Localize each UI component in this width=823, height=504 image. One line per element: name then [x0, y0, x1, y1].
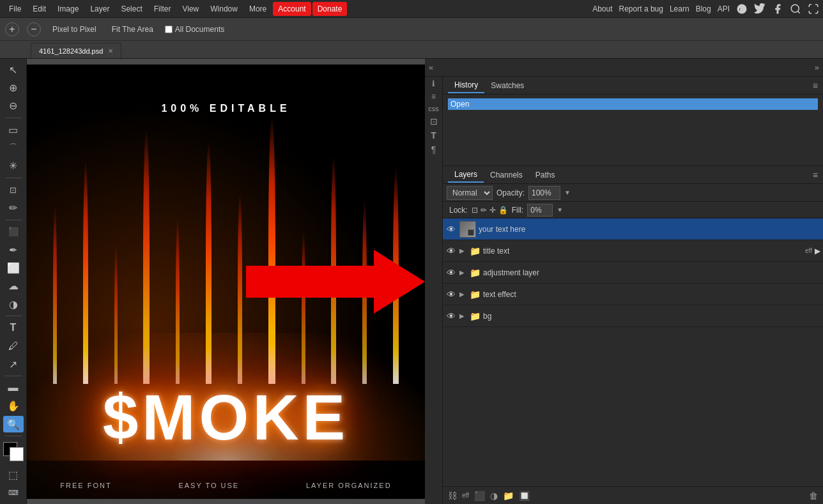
facebook-icon[interactable]	[772, 3, 783, 15]
fill-value[interactable]: 0%	[527, 204, 553, 217]
menu-api[interactable]: API	[718, 4, 730, 13]
layer-effects-icon[interactable]: eff	[462, 492, 469, 499]
menu-about[interactable]: About	[592, 4, 612, 13]
tool-quick-mask[interactable]: ⬚	[3, 466, 24, 483]
tool-zoom[interactable]: 🔍	[3, 416, 24, 432]
layer-visibility-your-text[interactable]: 👁	[445, 224, 457, 234]
tool-paint-bucket[interactable]: ⬛	[3, 224, 24, 240]
fit-area-button[interactable]: Fit The Area	[108, 23, 157, 36]
layer-row-text-effect[interactable]: 👁 ▶ 📁 text effect	[443, 284, 823, 305]
text-tool-icon[interactable]: T	[427, 130, 441, 141]
tool-hand[interactable]: ✋	[3, 398, 24, 415]
layer-mask-icon[interactable]: ⬛	[474, 491, 485, 501]
menu-file[interactable]: File	[4, 2, 26, 16]
menu-window[interactable]: Window	[205, 2, 243, 16]
layer-expand-bg[interactable]: ▶	[459, 312, 467, 319]
tab-close-button[interactable]: ×	[108, 46, 113, 56]
delete-layer-icon[interactable]: 🗑	[809, 491, 818, 501]
blend-mode-select[interactable]: Normal Multiply Screen Overlay	[447, 186, 493, 200]
background-color[interactable]	[10, 447, 24, 461]
tool-brush[interactable]: ✒	[3, 241, 24, 258]
menu-view[interactable]: View	[177, 2, 204, 16]
tab-swatches[interactable]: Swatches	[484, 79, 530, 93]
tool-pen[interactable]: 🖊	[3, 338, 24, 355]
image-icon[interactable]: ⊡	[427, 116, 441, 126]
tool-zoom-in[interactable]: ⊕	[3, 79, 24, 96]
opacity-arrow[interactable]: ▼	[564, 189, 571, 196]
tab-channels[interactable]: Channels	[484, 168, 529, 182]
tab-paths[interactable]: Paths	[529, 168, 562, 182]
layer-arrow-title-text[interactable]: ▶	[815, 247, 820, 256]
layer-visibility-adjustment[interactable]: 👁	[445, 268, 457, 278]
menu-learn[interactable]: Learn	[670, 4, 689, 13]
menu-layer[interactable]: Layer	[85, 2, 114, 16]
layer-visibility-title-text[interactable]: 👁	[445, 246, 457, 256]
menu-select[interactable]: Select	[116, 2, 147, 16]
history-item-open[interactable]: Open	[448, 98, 818, 110]
menu-edit[interactable]: Edit	[27, 2, 51, 16]
lock-artboard-icon[interactable]: ✛	[489, 206, 496, 215]
tool-select-move[interactable]: ↖	[3, 61, 24, 78]
layer-thumb-your-text	[459, 221, 476, 238]
pixel-to-pixel-button[interactable]: Pixel to Pixel	[49, 23, 100, 36]
menu-donate[interactable]: Donate	[312, 2, 348, 16]
properties-icon[interactable]: ≡	[427, 92, 441, 101]
fullscreen-icon[interactable]	[808, 3, 819, 15]
link-layers-icon[interactable]: ⛓	[448, 491, 457, 501]
layer-visibility-bg[interactable]: 👁	[445, 311, 457, 321]
layer-expand-title-text[interactable]: ▶	[459, 247, 467, 254]
all-documents-checkbox[interactable]	[165, 26, 173, 33]
layer-row-your-text-here[interactable]: 👁 your text here	[443, 218, 823, 240]
tool-lasso[interactable]: ⌒	[3, 139, 24, 156]
lock-all-icon[interactable]: 🔒	[498, 206, 508, 215]
lock-pixels-icon[interactable]: ⊡	[472, 206, 478, 215]
info-icon[interactable]: ℹ	[427, 79, 441, 88]
tab-layers[interactable]: Layers	[448, 167, 484, 183]
layer-expand-adjustment[interactable]: ▶	[459, 269, 467, 276]
new-layer-icon[interactable]: 🔲	[519, 491, 530, 501]
menu-more[interactable]: More	[244, 2, 272, 16]
tool-dodge[interactable]: ◑	[3, 296, 24, 312]
collapse-left-icon[interactable]: «	[429, 63, 433, 72]
tool-keyboard[interactable]: ⌨	[3, 485, 24, 501]
tool-rectangle[interactable]: ▬	[3, 379, 24, 396]
tab-history[interactable]: History	[448, 78, 484, 93]
twitter-icon[interactable]	[754, 3, 765, 15]
layers-panel-menu[interactable]: ≡	[813, 170, 818, 180]
layer-row-bg[interactable]: 👁 ▶ 📁 bg	[443, 305, 823, 327]
layer-eff-title-text[interactable]: eff	[805, 247, 812, 254]
menu-blog[interactable]: Blog	[696, 4, 711, 13]
tool-smudge[interactable]: ☁	[3, 278, 24, 294]
tool-eyedropper[interactable]: ✏	[3, 199, 24, 216]
menu-filter[interactable]: Filter	[149, 2, 176, 16]
menu-account[interactable]: Account	[273, 2, 311, 16]
all-documents-label[interactable]: All Documents	[165, 25, 224, 34]
zoom-out-button[interactable]: −	[27, 22, 41, 36]
search-icon[interactable]	[790, 3, 801, 15]
paragraph-icon[interactable]: ¶	[427, 144, 441, 155]
tool-marquee[interactable]: ▭	[3, 121, 24, 138]
adjustment-layer-icon[interactable]: ◑	[490, 491, 498, 501]
menu-report-bug[interactable]: Report a bug	[619, 4, 663, 13]
css-icon[interactable]: css	[427, 105, 441, 112]
tool-zoom-out[interactable]: ⊖	[3, 98, 24, 114]
fill-arrow[interactable]: ▼	[557, 206, 563, 213]
collapse-right-icon[interactable]: »	[815, 63, 819, 72]
document-tab[interactable]: 4161_128243dd.psd ×	[31, 43, 121, 58]
reddit-icon[interactable]: r	[736, 3, 748, 15]
opacity-value[interactable]: 100%	[528, 186, 560, 200]
zoom-in-button[interactable]: +	[5, 22, 19, 36]
tool-path-select[interactable]: ↗	[3, 356, 24, 372]
layer-row-title-text[interactable]: 👁 ▶ 📁 title text eff ▶	[443, 240, 823, 262]
history-panel-menu[interactable]: ≡	[813, 80, 818, 91]
layer-visibility-text-effect[interactable]: 👁	[445, 289, 457, 300]
lock-position-icon[interactable]: ✏	[481, 206, 487, 215]
tool-wand[interactable]: ✳	[3, 158, 24, 174]
tool-text[interactable]: T	[3, 319, 24, 336]
new-group-icon[interactable]: 📁	[503, 491, 514, 501]
layer-row-adjustment[interactable]: 👁 ▶ 📁 adjustment layer	[443, 262, 823, 284]
layer-expand-text-effect[interactable]: ▶	[459, 291, 467, 298]
tool-eraser[interactable]: ⬜	[3, 259, 24, 276]
menu-image[interactable]: Image	[52, 2, 84, 16]
tool-crop[interactable]: ⊡	[3, 181, 24, 198]
